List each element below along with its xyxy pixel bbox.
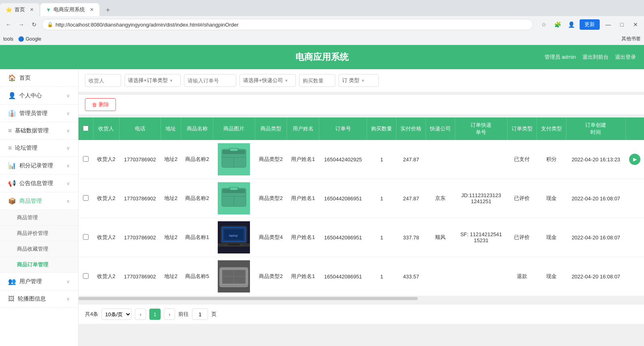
- row4-goods-img: [213, 257, 255, 296]
- row3-checkbox-cell[interactable]: [78, 218, 93, 257]
- sidebar-item-banner[interactable]: 🖼 轮播图信息 ∨: [0, 290, 78, 308]
- tab-bar: ⭐ 首页 ✕ ▼ 电商应用系统 ✕ ＋: [0, 0, 644, 16]
- page-size-select[interactable]: 10条/页 20条/页: [101, 309, 132, 320]
- payment-type-select[interactable]: 订 类型 ▼: [339, 74, 379, 87]
- forum-arrow-icon: ∨: [66, 145, 70, 151]
- row1-actual-price: 247.87: [396, 140, 426, 179]
- new-tab-button[interactable]: ＋: [100, 3, 116, 16]
- row4-order-no: 1650442086951: [319, 257, 367, 296]
- row2-checkbox[interactable]: [83, 195, 89, 201]
- goods-submenu: 商品管理 商品评价管理 商品收藏管理 商品订单管理: [0, 210, 78, 273]
- current-page-button[interactable]: 1: [149, 309, 161, 320]
- sidebar-subitem-goods-manage[interactable]: 商品管理: [0, 210, 78, 226]
- app-body: 🏠 首页 👤 个人中心 ∨ 👔 管理员管理 ∨: [0, 69, 644, 346]
- next-page-button[interactable]: ›: [164, 309, 175, 320]
- sidebar-subitem-goods-order[interactable]: 商品订单管理: [0, 257, 78, 273]
- receiver-input[interactable]: [85, 74, 121, 87]
- extensions-icon[interactable]: 🧩: [552, 19, 563, 30]
- row2-order-type: 已评价: [507, 179, 537, 218]
- tab-app[interactable]: ▼ 电商应用系统 ✕: [40, 3, 99, 16]
- row1-checkbox[interactable]: [83, 156, 89, 162]
- delete-button[interactable]: 🗑 删除: [85, 98, 116, 111]
- sidebar-subitem-goods-review[interactable]: 商品评价管理: [0, 226, 78, 241]
- profile-icon[interactable]: 👤: [566, 19, 576, 30]
- select-all-checkbox[interactable]: [83, 126, 89, 131]
- bookmark-star-icon[interactable]: ☆: [539, 19, 549, 30]
- row2-phone: 17703786902: [119, 179, 161, 218]
- header-actions: 管理员 admin 退出到前台 退出登录: [545, 54, 636, 61]
- sidebar-item-home[interactable]: 🏠 首页: [0, 69, 78, 87]
- goods-icon: 📦: [8, 197, 16, 205]
- row1-create-time: 2022-04-20 16:13:23: [566, 140, 626, 179]
- order-type-select[interactable]: 请选择+订单类型 ▼: [124, 74, 181, 87]
- tab-app-close[interactable]: ✕: [90, 7, 94, 12]
- row1-address: 地址2: [161, 140, 181, 179]
- logout-link[interactable]: 退出登录: [615, 54, 636, 61]
- banner-arrow-icon: ∨: [66, 296, 70, 302]
- row1-action-icon: ▶: [633, 157, 637, 162]
- maximize-icon[interactable]: □: [617, 19, 627, 30]
- goto-page-input[interactable]: [192, 309, 208, 320]
- forum-icon: ≡: [8, 144, 12, 152]
- back-to-frontend-link[interactable]: 退出到前台: [582, 54, 609, 61]
- header-checkbox-cell[interactable]: [78, 117, 93, 140]
- delete-label: 删除: [99, 101, 109, 108]
- other-bookmarks[interactable]: 其他书签: [621, 35, 641, 42]
- qty-input[interactable]: [299, 74, 335, 87]
- row3-order-type: 已评价: [507, 218, 537, 257]
- sidebar-item-personal[interactable]: 👤 个人中心 ∨: [0, 87, 78, 105]
- row2-create-time: 2022-04-20 16:08:07: [566, 179, 626, 218]
- express-arrow-icon: ▼: [285, 78, 289, 83]
- bookmark-tools[interactable]: tools: [3, 36, 13, 42]
- row2-checkbox-cell[interactable]: [78, 179, 93, 218]
- notice-icon: 📢: [8, 179, 16, 187]
- row3-checkbox[interactable]: [83, 234, 89, 240]
- sidebar-subitem-goods-collect[interactable]: 商品收藏管理: [0, 241, 78, 257]
- row1-order-type: 已支付: [507, 140, 537, 179]
- row3-express: 顺风: [426, 218, 455, 257]
- row1-action-button[interactable]: ▶: [629, 154, 640, 165]
- row3-goods-name: 商品名称1: [181, 218, 213, 257]
- sidebar-item-forum[interactable]: ≡ 论坛管理 ∨: [0, 140, 78, 157]
- row4-action-cell: [626, 257, 644, 296]
- admin-mgmt-icon: 👔: [8, 109, 16, 117]
- address-text: http://localhost:8080/dianshangyingyong/…: [56, 22, 239, 28]
- sidebar-item-user[interactable]: 👥 用户管理 ∨: [0, 273, 78, 290]
- back-button[interactable]: ←: [3, 19, 14, 30]
- lock-icon: 🔒: [47, 22, 53, 27]
- row4-create-time: 2022-04-20 16:08:07: [566, 257, 626, 296]
- sidebar-item-basic-data[interactable]: ≡ 基础数据管理 ∨: [0, 122, 78, 140]
- sidebar-item-notice[interactable]: 📢 公告信息管理 ∨: [0, 175, 78, 192]
- sidebar-item-goods[interactable]: 📦 商品管理 ∧: [0, 192, 78, 210]
- points-arrow-icon: ∨: [66, 163, 70, 169]
- horizontal-scrollbar[interactable]: [78, 296, 644, 301]
- scrollbar-thumb[interactable]: [78, 297, 418, 300]
- tab-home-close[interactable]: ✕: [30, 7, 34, 12]
- tab-home[interactable]: ⭐ 首页 ✕: [0, 3, 39, 16]
- home-icon: 🏠: [8, 74, 16, 82]
- forward-button[interactable]: →: [16, 19, 27, 30]
- express-select[interactable]: 请选择+快递公司 ▼: [239, 74, 296, 87]
- row4-checkbox[interactable]: [83, 273, 89, 279]
- close-window-icon[interactable]: ✕: [630, 19, 641, 30]
- prev-page-button[interactable]: ‹: [135, 309, 146, 320]
- row1-checkbox-cell[interactable]: [78, 140, 93, 179]
- row3-order-no: 1650442086951: [319, 218, 367, 257]
- order-no-input[interactable]: [184, 74, 236, 87]
- svg-rect-19: [228, 244, 240, 245]
- bookmark-google[interactable]: 🔵 Google: [18, 36, 41, 42]
- row3-goods-img: laptop: [213, 218, 255, 257]
- main-content: 请选择+订单类型 ▼ 请选择+快递公司 ▼ 订 类型 ▼ 🗑 删除: [78, 69, 644, 346]
- sidebar-item-points[interactable]: 📊 积分记录管理 ∨: [0, 157, 78, 175]
- update-button[interactable]: 更新: [580, 19, 600, 30]
- action-bar: 🗑 删除: [78, 95, 644, 114]
- minimize-icon[interactable]: —: [603, 19, 613, 30]
- row2-quantity: 1: [367, 179, 396, 218]
- row4-address: 地址2: [161, 257, 181, 296]
- sidebar-item-admin-mgmt[interactable]: 👔 管理员管理 ∨: [0, 105, 78, 122]
- row2-receiver: 收货人2: [93, 179, 119, 218]
- address-bar[interactable]: 🔒 http://localhost:8080/dianshangyingyon…: [42, 19, 533, 30]
- row4-checkbox-cell[interactable]: [78, 257, 93, 296]
- goods-arrow-icon: ∧: [66, 198, 70, 204]
- reload-button[interactable]: ↻: [29, 19, 39, 30]
